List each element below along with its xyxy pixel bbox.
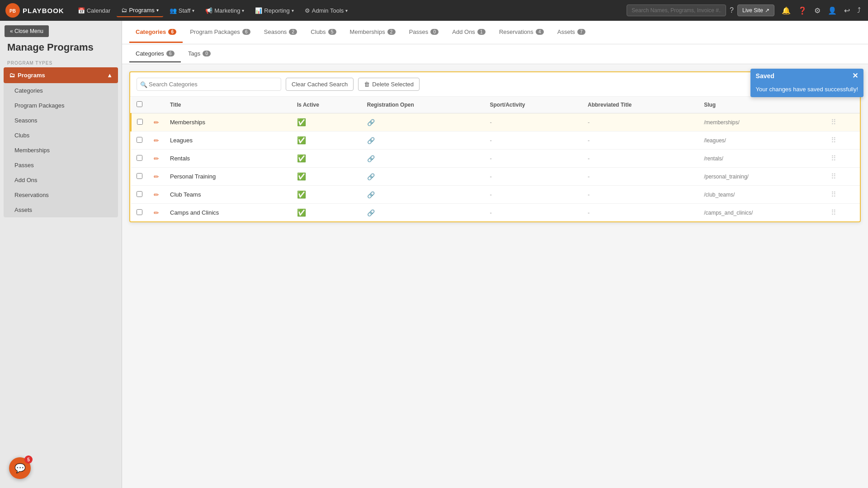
chat-icon: 💬 [14, 463, 26, 474]
toast-close-button[interactable]: ✕ [852, 72, 858, 80]
user-icon[interactable]: 👤 [826, 5, 839, 17]
col-title: Title [165, 97, 292, 113]
sidebar-item-seasons[interactable]: Seasons [4, 113, 118, 128]
tab-add-ons[interactable]: Add Ons 1 [446, 22, 492, 43]
sidebar-item-reservations[interactable]: Reservations [4, 188, 118, 202]
category-search-input[interactable] [137, 78, 281, 91]
saved-toast: Saved ✕ Your changes have saved successf… [750, 69, 863, 97]
row-checkbox[interactable] [137, 173, 142, 179]
drag-handle-icon[interactable]: ⠿ [831, 136, 836, 144]
marketing-caret: ▾ [242, 8, 244, 13]
staff-caret: ▾ [192, 8, 194, 13]
row-sport: - [485, 168, 583, 186]
nav-staff[interactable]: 👥 Staff ▾ [165, 5, 199, 17]
row-edit-cell: ✏ [148, 168, 165, 186]
history-icon[interactable]: ↩ [842, 5, 852, 17]
row-checkbox-cell [131, 204, 149, 222]
tab-assets[interactable]: Assets 7 [551, 22, 592, 43]
edit-icon[interactable]: ✏ [154, 155, 159, 162]
sidebar-item-clubs[interactable]: Clubs [4, 128, 118, 143]
drag-handle-icon[interactable]: ⠿ [831, 209, 836, 216]
sub-tab-categories[interactable]: Categories 6 [129, 46, 181, 62]
nav-programs[interactable]: 🗂 Programs ▾ [117, 4, 163, 17]
clear-cache-button[interactable]: Clear Cached Search [286, 78, 354, 91]
row-checkbox[interactable] [137, 191, 142, 197]
logout-icon[interactable]: ⤴ [855, 5, 863, 16]
row-slug: /leagues/ [698, 131, 825, 150]
row-title: Personal Training [165, 168, 292, 186]
table-row: ✏ Rentals ✅ 🔗 - - /rentals/ ⠿ [131, 150, 860, 168]
app-logo[interactable]: PB PLAYBOOK [5, 3, 64, 18]
select-all-checkbox[interactable] [137, 101, 142, 107]
staff-icon: 👥 [170, 7, 177, 14]
logo-text: PLAYBOOK [23, 7, 64, 14]
row-checkbox-cell [131, 168, 149, 186]
row-checkbox[interactable] [137, 209, 142, 215]
tab-passes[interactable]: Passes 0 [403, 22, 445, 43]
support-icon[interactable]: ❓ [796, 5, 809, 17]
tab-program-packages[interactable]: Program Packages 6 [184, 22, 257, 43]
table-row: ✏ Leagues ✅ 🔗 - - /leagues/ ⠿ [131, 131, 860, 150]
row-edit-cell: ✏ [148, 150, 165, 168]
table-row: ✏ Memberships ✅ 🔗 - - /memberships/ ⠿ [131, 113, 860, 131]
row-edit-cell: ✏ [148, 113, 165, 131]
drag-handle-icon[interactable]: ⠿ [831, 191, 836, 198]
tab-reservations[interactable]: Reservations 4 [493, 22, 550, 43]
link-icon[interactable]: 🔗 [367, 137, 375, 144]
edit-icon[interactable]: ✏ [154, 173, 159, 180]
settings-icon[interactable]: ⚙ [812, 5, 822, 17]
global-search-input[interactable] [627, 5, 726, 16]
edit-icon[interactable]: ✏ [154, 137, 159, 144]
row-reg-open: 🔗 [362, 186, 485, 204]
sidebar-item-add-ons[interactable]: Add Ons [4, 173, 118, 188]
live-site-button[interactable]: Live Site ↗ [737, 5, 774, 16]
row-edit-cell: ✏ [148, 204, 165, 222]
nav-reporting[interactable]: 📊 Reporting ▾ [250, 5, 298, 17]
search-wrap: 🔍 [137, 78, 281, 91]
categories-table: Title Is Active Registration Open Sport/… [130, 97, 860, 221]
drag-handle-icon[interactable]: ⠿ [831, 118, 836, 126]
sidebar-item-passes[interactable]: Passes [4, 158, 118, 173]
nav-calendar[interactable]: 📅 Calendar [73, 5, 115, 17]
sub-tab-tags[interactable]: Tags 0 [182, 46, 217, 62]
sidebar-item-assets[interactable]: Assets [4, 202, 118, 217]
row-slug: /camps_and_clinics/ [698, 204, 825, 222]
active-check-icon: ✅ [297, 155, 306, 162]
row-is-active: ✅ [292, 204, 362, 222]
main-layout: « Close Menu Manage Programs PROGRAM TYP… [0, 21, 868, 488]
help-icon[interactable]: ? [728, 5, 736, 16]
col-is-active: Is Active [292, 97, 362, 113]
row-abbreviated: - [582, 168, 698, 186]
sidebar-item-memberships[interactable]: Memberships [4, 143, 118, 158]
tab-categories[interactable]: Categories 6 [129, 22, 183, 43]
tab-memberships[interactable]: Memberships 2 [344, 22, 402, 43]
link-icon[interactable]: 🔗 [367, 191, 375, 198]
tab-seasons[interactable]: Seasons 2 [258, 22, 304, 43]
row-checkbox[interactable] [137, 155, 142, 161]
row-checkbox[interactable] [137, 119, 143, 125]
tab-clubs[interactable]: Clubs 5 [304, 22, 342, 43]
drag-handle-icon[interactable]: ⠿ [831, 155, 836, 162]
edit-icon[interactable]: ✏ [154, 191, 159, 198]
row-checkbox[interactable] [137, 137, 142, 143]
link-icon[interactable]: 🔗 [367, 173, 375, 180]
edit-icon[interactable]: ✏ [154, 209, 159, 216]
notifications-icon[interactable]: 🔔 [780, 5, 793, 17]
nav-marketing[interactable]: 📢 Marketing ▾ [201, 5, 249, 17]
logo-icon: PB [5, 3, 20, 18]
link-icon[interactable]: 🔗 [367, 209, 375, 216]
link-icon[interactable]: 🔗 [367, 155, 375, 162]
edit-icon[interactable]: ✏ [154, 119, 159, 126]
sidebar-programs-header[interactable]: 🗂 Programs ▲ [4, 67, 118, 83]
link-icon[interactable]: 🔗 [367, 119, 375, 126]
sidebar-item-program-packages[interactable]: Program Packages [4, 98, 118, 113]
close-menu-button[interactable]: « Close Menu [5, 25, 49, 37]
delete-selected-button[interactable]: 🗑 Delete Selected [358, 78, 420, 91]
nav-admin-tools[interactable]: ⚙ Admin Tools ▾ [300, 5, 353, 17]
row-slug: /club_teams/ [698, 186, 825, 204]
drag-handle-icon[interactable]: ⠿ [831, 173, 836, 180]
active-check-icon: ✅ [297, 136, 306, 144]
reporting-caret: ▾ [292, 8, 294, 13]
chat-button[interactable]: 💬 5 [9, 457, 31, 479]
sidebar-item-categories[interactable]: Categories [4, 83, 118, 98]
